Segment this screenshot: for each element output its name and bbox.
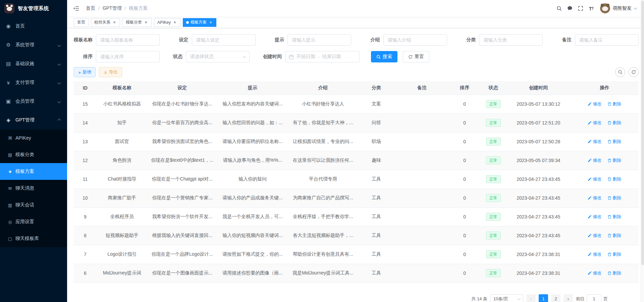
sidebar-subitem-chat-message[interactable]: ✉ 聊天消息 (0, 180, 67, 197)
sidebar-item-member[interactable]: ▣ 会员管理 (0, 92, 67, 111)
delete-link[interactable]: 删除 (607, 251, 621, 257)
edit-link[interactable]: 修改 (588, 251, 601, 257)
delete-link[interactable]: 删除 (607, 176, 621, 182)
edit-link[interactable]: 修改 (588, 120, 601, 126)
edit-link[interactable]: 修改 (588, 101, 601, 107)
sidebar-subitem-template-category[interactable]: ▤ 模板分类 (0, 146, 67, 163)
delete-link[interactable]: 删除 (607, 101, 621, 107)
edit-icon (588, 102, 592, 106)
breadcrumb-item[interactable]: 首页 (86, 5, 95, 11)
add-button[interactable]: +新增 (74, 67, 96, 77)
refresh-button[interactable] (629, 67, 639, 77)
sidebar-subitem-apikey[interactable]: ⌘ APIKey (0, 130, 67, 146)
close-icon[interactable]: × (112, 20, 117, 25)
sidebar-subitem-chat-template-lib[interactable]: ▢ 聊天模板库 (0, 230, 67, 247)
sidebar-item-label: 首页 (15, 23, 60, 29)
status-badge: 正常 (486, 100, 501, 108)
page-size-select[interactable]: 10条/页 (490, 294, 523, 302)
prev-page-button[interactable]: ‹ (526, 294, 536, 302)
username[interactable]: 萌熊智友 (613, 5, 632, 11)
cell-actions: 修改 删除 (571, 113, 639, 132)
sidebar-item-system[interactable]: ⚙ 系统管理 (0, 36, 67, 54)
cell-prompt: 输入你想发布的内容关键词... (217, 95, 288, 113)
caret-down-icon[interactable] (634, 6, 637, 9)
delete-link[interactable]: 删除 (607, 214, 621, 220)
filter-label: 备注 (562, 37, 572, 43)
filter-input-template-name[interactable] (96, 34, 160, 46)
cell-setting: 你现在是一个Chatgpt api对... (148, 170, 217, 189)
sidebar-item-home[interactable]: ◉ 首页 (0, 17, 67, 36)
cell-setting: 你是一位年薪百万的商业高... (148, 113, 217, 132)
filter-input-setting[interactable] (192, 34, 256, 46)
sidebar-subitem-chat-session[interactable]: ▥ 聊天会话 (0, 197, 67, 213)
toggle-search-button[interactable] (615, 67, 625, 77)
edit-link[interactable]: 修改 (588, 157, 601, 163)
font-size-icon[interactable]: TT (586, 0, 597, 17)
close-icon[interactable]: × (208, 20, 213, 25)
edit-link[interactable]: 修改 (588, 233, 601, 239)
page-1-button[interactable]: 1 (539, 294, 548, 302)
sidebar-item-gpt[interactable]: ◈ GPT管理 (0, 111, 67, 130)
cell-actions: 修改 删除 (571, 264, 639, 283)
cell-intro: 让模拟面试情景，专业的问... (288, 132, 358, 151)
tag-fans-relation[interactable]: 粉丝关系 × (91, 18, 120, 27)
edit-link[interactable]: 修改 (588, 214, 601, 220)
next-page-button[interactable]: › (564, 294, 573, 302)
search-icon[interactable] (554, 0, 565, 17)
delete-link[interactable]: 删除 (607, 195, 621, 201)
search-button[interactable]: 搜索 (371, 51, 397, 62)
filter-group: 状态 请选择状态 (173, 51, 250, 62)
data-table: ID模板名称设定提示介绍分类备注排序状态创建时间操作 15 小红书风格模拟器 你… (74, 81, 639, 283)
page-2-button[interactable]: 2 (551, 294, 560, 302)
sidebar-subitem-label: APIKey (15, 135, 67, 141)
export-button[interactable]: 导出 (99, 67, 122, 77)
cell-id: 7 (74, 245, 97, 264)
fullscreen-icon[interactable] (575, 0, 586, 17)
filter-input-prompt[interactable] (287, 34, 351, 46)
tag-template-plan[interactable]: 模板方案 × (183, 18, 216, 27)
status-badge: 正常 (486, 119, 501, 127)
tag-label: 粉丝关系 (94, 19, 110, 25)
tag-label: 首页 (77, 19, 85, 25)
sidebar-subitem-template-plan[interactable]: ★ 模板方案 (0, 163, 67, 180)
delete-link[interactable]: 删除 (607, 157, 621, 163)
filter-group: 设定 (179, 34, 256, 46)
edit-link[interactable]: 修改 (588, 270, 601, 276)
scrollbar-thumb[interactable] (641, 1, 644, 265)
sidebar-toggle-icon[interactable] (73, 6, 79, 11)
close-icon[interactable]: × (172, 20, 177, 25)
status-select[interactable]: 请选择状态 (186, 51, 250, 62)
reset-button[interactable]: 重置 (403, 51, 429, 62)
filter-input-sort[interactable] (96, 51, 160, 62)
delete-link[interactable]: 删除 (607, 270, 621, 276)
cell-intro: 为商家推广自己的产品撰写... (288, 189, 358, 207)
filter-input-category[interactable] (479, 34, 543, 46)
edit-link[interactable]: 修改 (588, 176, 601, 182)
close-icon[interactable]: × (144, 20, 148, 25)
breadcrumb-item[interactable]: GPT管理 (103, 5, 122, 11)
delete-link[interactable]: 删除 (607, 120, 621, 126)
sidebar-item-payment[interactable]: ¥ 支付管理 (0, 73, 67, 92)
avatar[interactable] (600, 3, 610, 13)
active-dot-icon (186, 21, 189, 24)
delete-link[interactable]: 删除 (607, 139, 621, 145)
filter-input-intro[interactable] (383, 34, 447, 46)
tag-template-category[interactable]: 模板分类 × (122, 18, 152, 27)
date-range-picker[interactable]: 开始日期 - 结束日期 (285, 51, 360, 62)
status-badge: 正常 (486, 213, 501, 221)
message-icon[interactable] (565, 0, 575, 17)
goto-page: 前往 页 (576, 294, 608, 302)
sidebar-item-infrastructure[interactable]: ▤ 基础设施 (0, 54, 67, 73)
edit-link[interactable]: 修改 (588, 139, 601, 145)
scrollbar[interactable] (641, 0, 644, 302)
sidebar-subitem-app-settings[interactable]: ◎ 应用设置 (0, 213, 67, 230)
cell-prompt: 输入你的短视频内容关键词... (217, 226, 288, 245)
tag-apikey[interactable]: APIKey × (154, 18, 180, 27)
filter-input-remark[interactable] (575, 34, 639, 46)
tag-home[interactable]: 首页 (74, 18, 89, 27)
cell-created: 2023-04-27 23:38:31 (506, 264, 571, 283)
goto-page-input[interactable] (587, 294, 601, 302)
edit-link[interactable]: 修改 (588, 195, 601, 201)
filter-group: 备注 (562, 34, 639, 46)
delete-link[interactable]: 删除 (607, 233, 621, 239)
